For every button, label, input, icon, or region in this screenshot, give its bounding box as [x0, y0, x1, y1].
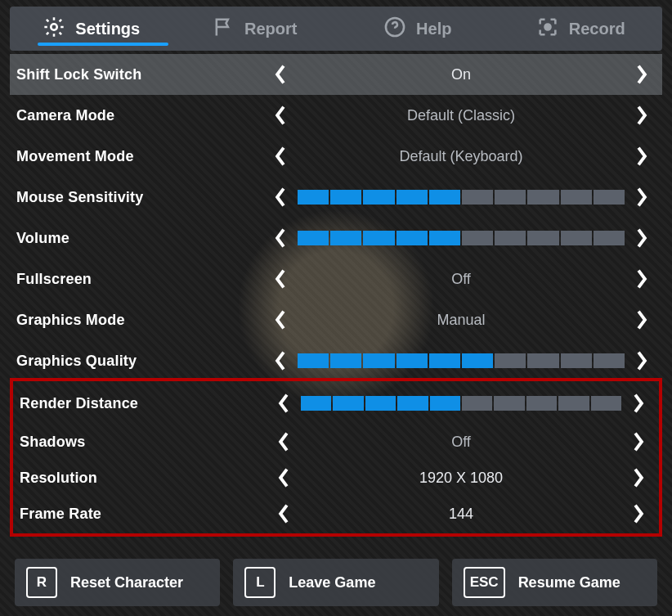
segment [330, 190, 361, 205]
segment [495, 231, 526, 245]
segment [462, 190, 493, 205]
segment [298, 231, 329, 245]
flag-icon [212, 16, 235, 42]
prev-graphics-mode[interactable] [268, 308, 293, 332]
prev-resolution[interactable] [271, 465, 296, 490]
tab-report-label: Report [244, 20, 297, 38]
segment [363, 190, 394, 205]
prev-shadows[interactable] [271, 429, 296, 454]
next-shadows[interactable] [626, 429, 651, 454]
value-graphics-mode: Manual [293, 312, 629, 329]
label-render-distance: Render Distance [20, 395, 271, 412]
tab-record-label: Record [569, 20, 625, 38]
segment [330, 353, 361, 368]
segment [561, 190, 592, 205]
next-shift-lock[interactable] [629, 62, 654, 87]
prev-mouse-sensitivity[interactable] [268, 185, 293, 209]
tab-settings-label: Settings [75, 20, 140, 38]
label-volume: Volume [16, 230, 268, 247]
prev-movement-mode[interactable] [268, 144, 293, 169]
label-shadows: Shadows [20, 434, 271, 451]
label-movement-mode: Movement Mode [16, 148, 268, 165]
row-frame-rate: Frame Rate 144 [13, 496, 659, 532]
value-camera-mode: Default (Classic) [293, 107, 629, 124]
segment [494, 396, 524, 411]
reset-character-button[interactable]: R Reset Character [15, 559, 220, 606]
row-resolution: Resolution 1920 X 1080 [13, 460, 659, 496]
leave-game-label: Leave Game [289, 574, 375, 591]
key-l: L [244, 567, 276, 598]
segment [396, 353, 428, 368]
segment [527, 353, 558, 368]
segment [333, 396, 363, 411]
key-r: R [26, 567, 57, 598]
row-graphics-quality: Graphics Quality [10, 340, 662, 381]
segment [526, 396, 557, 411]
record-icon [536, 16, 559, 42]
segment [594, 190, 625, 205]
next-graphics-mode[interactable] [629, 308, 654, 332]
segment [363, 231, 394, 245]
row-movement-mode: Movement Mode Default (Keyboard) [10, 136, 662, 177]
tab-record[interactable]: Record [500, 7, 663, 51]
row-render-distance: Render Distance [13, 383, 659, 424]
tab-settings[interactable]: Settings [10, 7, 173, 51]
segment [396, 190, 428, 205]
segment [561, 353, 592, 368]
segment [301, 396, 331, 411]
slider-render-distance[interactable] [301, 396, 621, 411]
segment [462, 396, 492, 411]
value-fullscreen: Off [293, 271, 629, 288]
leave-game-button[interactable]: L Leave Game [233, 559, 438, 606]
label-frame-rate: Frame Rate [20, 506, 271, 523]
next-camera-mode[interactable] [629, 103, 654, 128]
segment [495, 353, 526, 368]
next-render-distance[interactable] [626, 391, 651, 416]
settings-list: Shift Lock Switch On Camera Mode Default… [10, 54, 662, 537]
key-esc: ESC [464, 567, 505, 598]
row-fullscreen: Fullscreen Off [10, 259, 662, 299]
label-fullscreen: Fullscreen [16, 271, 268, 288]
tab-active-underline [38, 43, 168, 46]
next-frame-rate[interactable] [626, 501, 651, 526]
value-shadows: Off [296, 434, 626, 451]
next-movement-mode[interactable] [629, 144, 654, 169]
slider-graphics-quality[interactable] [298, 353, 625, 368]
segment [527, 231, 558, 245]
next-graphics-quality[interactable] [629, 348, 654, 373]
slider-volume[interactable] [298, 231, 625, 245]
help-icon [383, 16, 406, 42]
next-volume[interactable] [629, 226, 654, 250]
gear-icon [43, 16, 65, 42]
prev-camera-mode[interactable] [268, 103, 293, 128]
slider-mouse-sensitivity[interactable] [298, 190, 625, 205]
prev-fullscreen[interactable] [268, 267, 293, 291]
next-resolution[interactable] [626, 465, 651, 490]
segment [430, 396, 460, 411]
tab-report[interactable]: Report [173, 7, 337, 51]
segment [298, 353, 329, 368]
segment [594, 353, 625, 368]
segment [462, 231, 493, 245]
prev-graphics-quality[interactable] [268, 348, 293, 373]
footer-buttons: R Reset Character L Leave Game ESC Resum… [15, 559, 657, 606]
segment [330, 231, 361, 245]
resume-game-button[interactable]: ESC Resume Game [452, 559, 657, 606]
svg-point-0 [52, 24, 57, 29]
prev-shift-lock[interactable] [268, 62, 293, 87]
next-mouse-sensitivity[interactable] [629, 185, 654, 209]
row-graphics-mode: Graphics Mode Manual [10, 299, 662, 340]
label-resolution: Resolution [20, 470, 271, 487]
value-shift-lock: On [293, 66, 629, 83]
segment [298, 190, 329, 205]
prev-volume[interactable] [268, 226, 293, 250]
segment [561, 231, 592, 245]
tab-help[interactable]: Help [336, 7, 500, 51]
prev-render-distance[interactable] [271, 391, 296, 416]
reset-character-label: Reset Character [70, 574, 183, 591]
segment [429, 353, 460, 368]
label-shift-lock: Shift Lock Switch [16, 66, 268, 83]
prev-frame-rate[interactable] [271, 501, 296, 526]
next-fullscreen[interactable] [629, 267, 654, 291]
value-frame-rate: 144 [296, 506, 626, 523]
